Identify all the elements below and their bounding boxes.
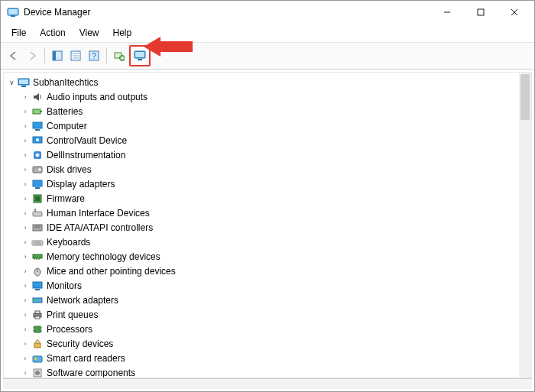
svg-point-31	[38, 168, 41, 171]
expand-icon[interactable]: ›	[21, 238, 30, 247]
svg-rect-50	[33, 282, 42, 288]
svg-rect-51	[35, 289, 40, 290]
expand-icon[interactable]: ›	[21, 310, 30, 319]
device-category-icon	[31, 207, 44, 219]
device-category-icon	[31, 280, 44, 292]
expand-icon[interactable]: ›	[21, 92, 30, 102]
expand-icon[interactable]: ›	[21, 281, 30, 290]
annotation-highlight	[129, 45, 151, 66]
minimize-button[interactable]	[430, 2, 464, 23]
tree-node[interactable]: ›Computer	[7, 118, 531, 133]
expand-icon[interactable]: ›	[21, 180, 30, 189]
status-bar	[3, 378, 532, 389]
device-category-icon	[31, 251, 44, 263]
expand-icon[interactable]: ›	[21, 209, 30, 218]
svg-rect-36	[33, 212, 42, 216]
tree-node[interactable]: ›Processors	[7, 322, 531, 336]
tree-node[interactable]: ›Memory technology devices	[7, 249, 531, 264]
svg-rect-21	[19, 79, 28, 84]
expand-icon[interactable]: ›	[21, 267, 30, 276]
tree-node[interactable]: ›Network adapters	[7, 293, 531, 307]
menu-view[interactable]: View	[73, 25, 105, 40]
title-bar: Device Manager	[1, 1, 534, 24]
tree-node-label: Keyboards	[47, 237, 90, 248]
app-icon	[7, 6, 19, 18]
tree-node-label: Human Interface Devices	[47, 208, 150, 219]
expand-icon[interactable]: ›	[21, 136, 30, 145]
properties-icon	[70, 50, 81, 61]
collapse-icon[interactable]: ∨	[7, 78, 16, 87]
device-tree[interactable]: ∨ SubhanItechtics ›Audio inputs and outp…	[3, 72, 532, 378]
tree-node-label: Firmware	[47, 193, 85, 204]
properties-button[interactable]	[67, 47, 84, 64]
tree-node[interactable]: ›Batteries	[7, 104, 531, 118]
tree-root-row[interactable]: ∨ SubhanItechtics	[7, 75, 531, 89]
tree-node[interactable]: ›DellInstrumentation	[7, 147, 531, 162]
svg-rect-32	[33, 180, 42, 186]
tree-node-label: Security devices	[47, 339, 113, 349]
expand-icon[interactable]: ›	[21, 296, 30, 305]
scan-icon	[114, 50, 125, 61]
show-hidden-devices-button[interactable]	[131, 47, 148, 64]
expand-icon[interactable]: ›	[21, 252, 30, 261]
tree-node-label: Batteries	[47, 106, 83, 117]
show-hide-tree-button[interactable]	[49, 47, 66, 64]
arrow-left-icon	[8, 50, 19, 61]
tree-node-label: Disk drives	[47, 164, 92, 175]
expand-icon[interactable]: ›	[21, 325, 30, 334]
svg-rect-35	[35, 196, 40, 201]
tree-node[interactable]: ›Print queues	[7, 307, 531, 322]
menu-help[interactable]: Help	[107, 25, 138, 40]
tree-node[interactable]: ›Firmware	[7, 191, 531, 206]
expand-icon[interactable]: ›	[21, 107, 30, 116]
device-category-icon	[31, 222, 44, 234]
menu-action[interactable]: Action	[34, 25, 71, 40]
device-category-icon	[31, 105, 44, 118]
tree-node[interactable]: ›Disk drives	[7, 162, 531, 177]
tree-node[interactable]: ›Security devices	[7, 336, 531, 351]
back-button[interactable]	[5, 47, 22, 64]
tree-node-label: ControlVault Device	[47, 135, 127, 146]
tree-node[interactable]: ›Smart card readers	[7, 351, 531, 365]
svg-rect-64	[33, 356, 42, 362]
expand-icon[interactable]: ›	[21, 354, 30, 363]
expand-icon[interactable]: ›	[21, 339, 30, 348]
tree-node-label: Print queues	[47, 309, 98, 320]
svg-rect-37	[34, 209, 36, 212]
vertical-scrollbar[interactable]	[519, 73, 531, 377]
svg-rect-33	[35, 187, 40, 189]
menu-file[interactable]: File	[5, 25, 32, 40]
expand-icon[interactable]: ›	[21, 151, 30, 160]
expand-icon[interactable]: ›	[21, 223, 30, 232]
tree-node[interactable]: ›Software components	[7, 365, 531, 378]
tree-node[interactable]: ›Keyboards	[7, 235, 531, 249]
scrollbar-thumb[interactable]	[520, 74, 530, 120]
tree-node[interactable]: ›ControlVault Device	[7, 133, 531, 147]
expand-icon[interactable]: ›	[21, 368, 30, 377]
tree-node[interactable]: ›Audio inputs and outputs	[7, 89, 531, 104]
device-category-icon	[31, 193, 44, 205]
tree-node[interactable]: ›Human Interface Devices	[7, 206, 531, 220]
tree-node[interactable]: ›Mice and other pointing devices	[7, 264, 531, 278]
svg-rect-2	[11, 15, 15, 17]
close-button[interactable]	[498, 2, 531, 23]
tree-root-label: SubhanItechtics	[33, 77, 98, 88]
device-category-icon	[31, 352, 44, 364]
tree-node-label: Monitors	[47, 280, 82, 291]
scan-hardware-button[interactable]	[111, 47, 128, 64]
device-category-icon	[31, 91, 44, 103]
svg-point-53	[34, 300, 36, 301]
tree-node[interactable]: ›Display adapters	[7, 177, 531, 191]
tree-node[interactable]: ›Monitors	[7, 278, 531, 293]
expand-icon[interactable]: ›	[21, 194, 30, 203]
help-button[interactable]: ?	[86, 47, 102, 64]
expand-icon[interactable]: ›	[21, 165, 30, 174]
tree-node-label: IDE ATA/ATAPI controllers	[47, 222, 153, 233]
maximize-button[interactable]	[464, 2, 498, 23]
forward-button[interactable]	[24, 47, 41, 64]
svg-rect-58	[34, 326, 41, 332]
tree-node[interactable]: ›IDE ATA/ATAPI controllers	[7, 220, 531, 235]
toolbar: ?	[1, 43, 534, 70]
svg-rect-23	[33, 109, 41, 114]
expand-icon[interactable]: ›	[21, 121, 30, 131]
